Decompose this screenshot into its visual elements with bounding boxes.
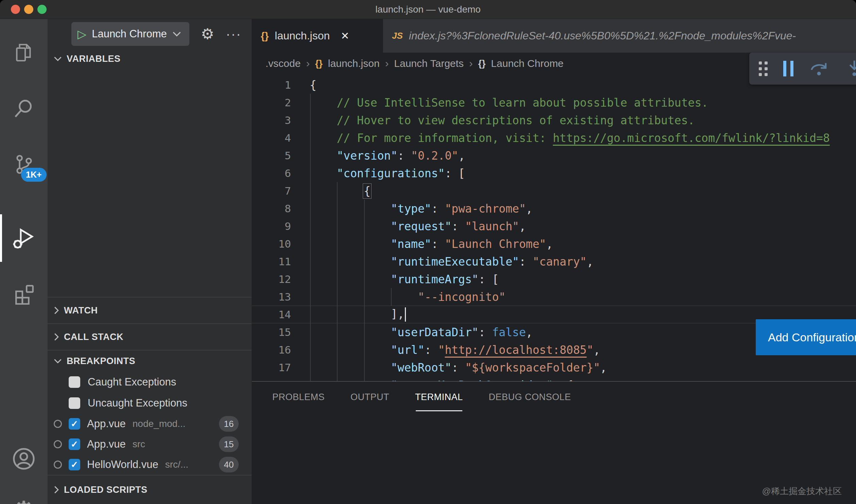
code-token: : { [553, 379, 573, 381]
active-view-indicator [0, 214, 2, 262]
code-text: ], [291, 307, 406, 322]
code-link[interactable]: http://localhost:8085 [445, 343, 586, 357]
search-icon[interactable] [13, 97, 35, 120]
breadcrumb-item-launch-targets[interactable]: Launch Targets [394, 58, 464, 69]
code-line-13[interactable]: 13 "--incognito" [252, 288, 856, 306]
code-token: : [431, 202, 445, 215]
code-text: "version": "0.2.0", [291, 149, 465, 162]
tab-label: launch.json [275, 30, 330, 42]
code-line-12[interactable]: 12 "runtimeArgs": [ [252, 270, 856, 288]
code-text: { [291, 184, 371, 198]
code-line-17[interactable]: 17 "webRoot": "${workspaceFolder}", [252, 359, 856, 376]
code-text: "sourceMapPathOverrides": { [291, 379, 573, 381]
breadcrumb-item-launch-json[interactable]: launch.json [328, 58, 380, 69]
code-token: // Hover to view descriptions of existin… [310, 114, 695, 127]
checkbox[interactable]: ✓ [69, 418, 80, 430]
code-line-11[interactable]: 11 "runtimeExecutable": "canary", [252, 253, 856, 270]
line-number: 2 [252, 96, 291, 109]
code-text: "type": "pwa-chrome", [291, 202, 533, 215]
account-icon[interactable] [12, 447, 36, 471]
drag-handle-icon[interactable] [759, 61, 768, 76]
text-cursor [405, 307, 406, 322]
panel-tab-terminal[interactable]: TERMINAL [415, 392, 463, 411]
explorer-icon[interactable] [13, 42, 35, 64]
section-call-stack[interactable]: CALL STACK [48, 323, 252, 350]
zoom-window-button[interactable] [37, 5, 47, 14]
checkbox[interactable]: ✓ [69, 459, 80, 470]
breakpoint-row[interactable]: ✓App.vuenode_mod...16 [48, 414, 252, 434]
breakpoint-file: App.vue [87, 418, 126, 430]
code-token: : [431, 237, 445, 251]
code-token: "webRoot" [391, 361, 451, 374]
tab-index-js[interactable]: JS index.js?%3FclonedRuleSet-40.use%5B0%… [383, 19, 856, 53]
code-token: ], [391, 307, 404, 321]
debug-sidebar: ▷ Launch Chrome ⚙ ··· VARIABLES WATCH [48, 19, 252, 504]
line-number: 18 [252, 379, 291, 381]
code-line-4[interactable]: 4 // For more information, visit: https:… [252, 129, 856, 147]
configure-gear-icon[interactable]: ⚙ [201, 26, 214, 41]
section-variables[interactable]: VARIABLES [48, 49, 252, 69]
pause-button[interactable] [783, 61, 793, 76]
code-line-9[interactable]: 9 "request": "launch", [252, 217, 856, 235]
checkbox[interactable]: ✓ [69, 438, 80, 450]
code-token: "userDataDir" [391, 326, 478, 339]
code-text: // Use IntelliSense to learn about possi… [291, 96, 708, 109]
code-line-2[interactable]: 2 // Use IntelliSense to learn about pos… [252, 94, 856, 111]
start-debug-icon[interactable]: ▷ [78, 28, 86, 40]
panel-tabs: PROBLEMSOUTPUTTERMINALDEBUG CONSOLE [252, 382, 856, 411]
checkbox[interactable] [69, 397, 80, 409]
step-into-button[interactable] [844, 59, 856, 78]
breakpoint-row[interactable]: ✓App.vuesrc15 [48, 434, 252, 454]
code-token: "type" [391, 202, 431, 215]
checkbox[interactable] [69, 376, 80, 388]
extensions-icon[interactable] [13, 282, 35, 305]
code-token: // For more information, visit: [310, 131, 553, 145]
code-line-8[interactable]: 8 "type": "pwa-chrome", [252, 200, 856, 217]
exception-breakpoint-row[interactable]: Uncaught Exceptions [48, 393, 252, 414]
code-token: : [ [479, 273, 499, 286]
code-line-7[interactable]: 7 { [252, 182, 856, 200]
breakpoint-state-icon [54, 440, 62, 448]
panel-tab-output[interactable]: OUTPUT [350, 392, 389, 411]
panel-tab-debug-console[interactable]: DEBUG CONSOLE [489, 392, 571, 411]
code-token: "runtimeExecutable" [391, 255, 519, 268]
run-debug-icon[interactable] [11, 225, 37, 251]
symbol-object-icon: {} [478, 58, 486, 69]
minimize-window-button[interactable] [24, 5, 33, 14]
exception-label: Caught Exceptions [88, 376, 176, 388]
close-icon[interactable]: ✕ [341, 30, 349, 42]
breakpoint-row[interactable]: ✓HelloWorld.vuesrc/...40 [48, 454, 252, 475]
breadcrumb-item-launch-chrome[interactable]: Launch Chrome [491, 58, 563, 69]
more-actions-icon[interactable]: ··· [226, 31, 241, 37]
code-editor[interactable]: 1{2 // Use IntelliSense to learn about p… [252, 74, 856, 381]
code-token: : [451, 361, 465, 374]
exception-breakpoint-row[interactable]: Caught Exceptions [48, 372, 252, 393]
line-number: 5 [252, 149, 291, 162]
close-window-button[interactable] [11, 5, 20, 14]
code-token: false [492, 326, 526, 339]
breadcrumb-item-vscode[interactable]: .vscode [266, 58, 301, 69]
code-text: "--incognito" [291, 290, 506, 304]
tab-launch-json[interactable]: {} launch.json ✕ [252, 19, 383, 53]
section-watch[interactable]: WATCH [48, 297, 252, 323]
chevron-down-icon [54, 56, 62, 61]
section-label: LOADED SCRIPTS [64, 485, 148, 495]
section-breakpoints[interactable]: BREAKPOINTS [48, 350, 252, 372]
code-token: , [458, 149, 465, 162]
code-line-5[interactable]: 5 "version": "0.2.0", [252, 147, 856, 164]
step-over-button[interactable] [809, 59, 829, 78]
code-line-18[interactable]: 18 "sourceMapPathOverrides": { [252, 376, 856, 381]
launch-config-dropdown[interactable]: ▷ Launch Chrome [71, 22, 189, 46]
breakpoint-file: HelloWorld.vue [87, 458, 158, 471]
code-line-3[interactable]: 3 // Hover to view descriptions of exist… [252, 111, 856, 129]
panel-tab-problems[interactable]: PROBLEMS [272, 392, 325, 411]
code-token: , [546, 237, 553, 251]
code-link[interactable]: https://go.microsoft.com/fwlink/?linkid=… [553, 131, 830, 145]
code-line-6[interactable]: 6 "configurations": [ [252, 164, 856, 182]
code-line-10[interactable]: 10 "name": "Launch Chrome", [252, 235, 856, 253]
code-token [310, 149, 337, 162]
section-loaded-scripts[interactable]: LOADED SCRIPTS [48, 475, 252, 504]
code-token: : [451, 220, 465, 233]
add-configuration-button[interactable]: Add Configuration [756, 319, 856, 355]
settings-gear-icon[interactable]: ⚙ [12, 496, 36, 504]
